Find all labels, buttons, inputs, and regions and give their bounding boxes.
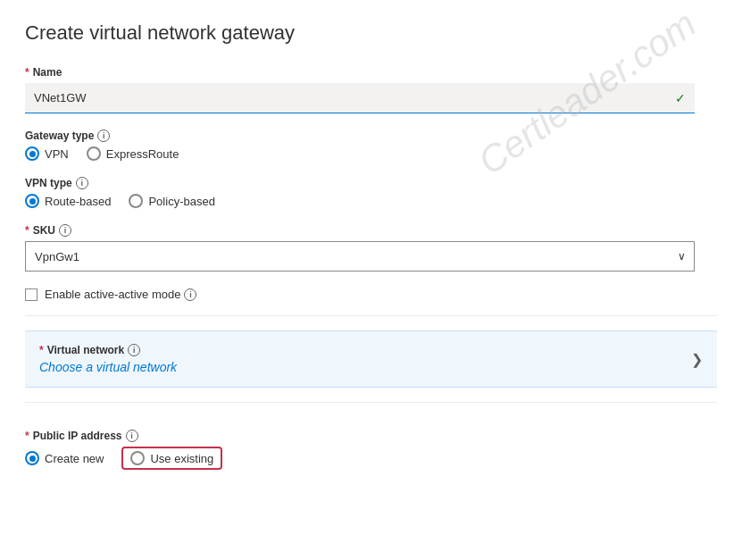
- vpn-type-field-group: VPN type i Route-based Policy-based: [25, 177, 717, 208]
- vpn-type-radio-group: Route-based Policy-based: [25, 194, 717, 208]
- sku-dropdown[interactable]: VpnGw1 VpnGw2 VpnGw3: [25, 241, 695, 272]
- vpn-type-routebased-option[interactable]: Route-based: [25, 194, 111, 208]
- vpn-type-policybased-radio[interactable]: [129, 194, 143, 208]
- virtual-network-label: * Virtual network i: [39, 344, 177, 356]
- public-ip-info-icon[interactable]: i: [126, 430, 138, 442]
- sku-dropdown-wrapper: VpnGw1 VpnGw2 VpnGw3 ∨: [25, 241, 695, 272]
- public-ip-section: * Public IP address i Create new Use exi…: [25, 417, 717, 470]
- vpn-type-label: VPN type i: [25, 177, 717, 189]
- virtual-network-section[interactable]: * Virtual network i Choose a virtual net…: [25, 330, 717, 388]
- name-input-wrapper: ✓: [25, 83, 695, 113]
- public-ip-required-star: *: [25, 430, 29, 442]
- virtual-network-placeholder: Choose a virtual network: [39, 360, 177, 374]
- name-label: * Name: [25, 66, 717, 79]
- virtual-network-content: * Virtual network i Choose a virtual net…: [39, 344, 177, 374]
- gateway-type-label: Gateway type i: [25, 130, 717, 142]
- gateway-type-info-icon[interactable]: i: [97, 130, 110, 142]
- active-mode-checkbox[interactable]: [25, 288, 38, 301]
- vpn-type-info-icon[interactable]: i: [76, 177, 88, 189]
- divider-1: [25, 315, 717, 316]
- active-mode-row: Enable active-active mode i: [25, 288, 717, 301]
- create-vng-panel: Certleader.com Create virtual network ga…: [0, 0, 742, 560]
- gateway-type-field-group: Gateway type i VPN ExpressRoute: [25, 130, 717, 161]
- vnet-required-star: *: [39, 344, 44, 356]
- virtual-network-info-icon[interactable]: i: [128, 344, 140, 356]
- public-ip-createnew-radio[interactable]: [25, 451, 39, 465]
- active-mode-label[interactable]: Enable active-active mode i: [45, 288, 196, 301]
- active-mode-info-icon[interactable]: i: [184, 288, 196, 301]
- public-ip-label: * Public IP address i: [25, 430, 717, 442]
- public-ip-useexisting-radio[interactable]: [130, 451, 145, 465]
- sku-info-icon[interactable]: i: [59, 224, 71, 237]
- page-title: Create virtual network gateway: [25, 21, 717, 45]
- name-field-group: * Name ✓: [25, 66, 717, 113]
- gateway-type-vpn-radio[interactable]: [25, 146, 39, 161]
- virtual-network-chevron-right-icon: ❯: [691, 351, 703, 368]
- sku-required-star: *: [25, 224, 29, 237]
- gateway-type-vpn-option[interactable]: VPN: [25, 146, 69, 161]
- name-checkmark-icon: ✓: [675, 91, 686, 105]
- public-ip-useexisting-option[interactable]: Use existing: [121, 447, 222, 470]
- gateway-type-expressroute-option[interactable]: ExpressRoute: [87, 146, 179, 161]
- public-ip-radio-group: Create new Use existing: [25, 447, 717, 470]
- vpn-type-policybased-option[interactable]: Policy-based: [129, 194, 214, 208]
- gateway-type-expressroute-radio[interactable]: [87, 146, 101, 161]
- vpn-type-routebased-radio[interactable]: [25, 194, 39, 208]
- sku-field-group: * SKU i VpnGw1 VpnGw2 VpnGw3 ∨: [25, 224, 717, 272]
- name-input[interactable]: [25, 83, 695, 113]
- gateway-type-radio-group: VPN ExpressRoute: [25, 146, 717, 161]
- public-ip-createnew-option[interactable]: Create new: [25, 451, 104, 465]
- name-required-star: *: [25, 66, 29, 79]
- sku-label: * SKU i: [25, 224, 717, 237]
- divider-2: [25, 402, 717, 403]
